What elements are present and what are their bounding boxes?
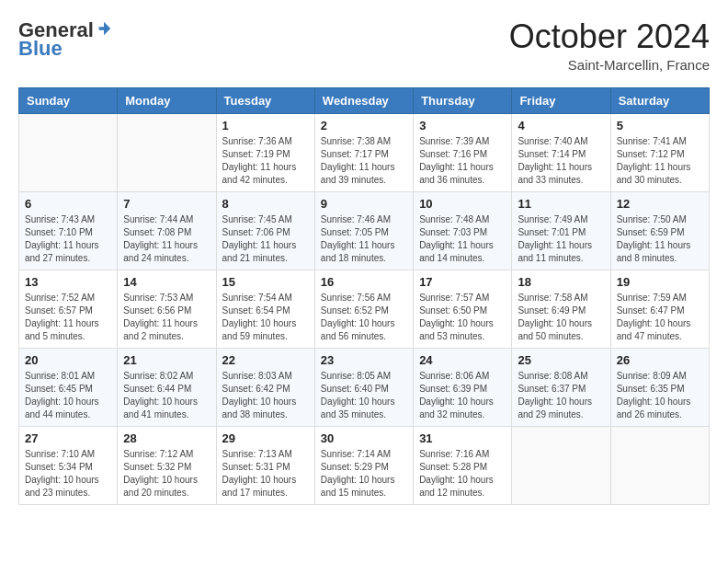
day-info: Sunrise: 7:13 AM Sunset: 5:31 PM Dayligh… bbox=[222, 448, 309, 500]
sunset: Sunset: 6:39 PM bbox=[419, 383, 506, 396]
sunrise: Sunrise: 8:01 AM bbox=[25, 370, 111, 383]
week-row-5: 27 Sunrise: 7:10 AM Sunset: 5:34 PM Dayl… bbox=[19, 426, 710, 504]
sunrise: Sunrise: 7:59 AM bbox=[617, 292, 703, 304]
sunset: Sunset: 5:34 PM bbox=[25, 461, 111, 474]
calendar-cell: 25 Sunrise: 8:08 AM Sunset: 6:37 PM Dayl… bbox=[512, 348, 610, 426]
day-info: Sunrise: 7:54 AM Sunset: 6:54 PM Dayligh… bbox=[222, 292, 309, 343]
sunset: Sunset: 6:57 PM bbox=[25, 304, 111, 317]
sunrise: Sunrise: 7:56 AM bbox=[321, 292, 407, 304]
day-number: 1 bbox=[222, 119, 309, 132]
sunrise: Sunrise: 7:57 AM bbox=[419, 292, 506, 304]
daylight: Daylight: 10 hours and 29 minutes. bbox=[518, 396, 604, 421]
day-info: Sunrise: 8:01 AM Sunset: 6:45 PM Dayligh… bbox=[25, 370, 111, 421]
day-number: 10 bbox=[419, 197, 506, 211]
day-number: 17 bbox=[419, 275, 506, 289]
calendar-cell: 23 Sunrise: 8:05 AM Sunset: 6:40 PM Dayl… bbox=[314, 348, 413, 426]
sunset: Sunset: 7:12 PM bbox=[617, 148, 703, 161]
month-title: October 2024 bbox=[509, 18, 710, 55]
sunset: Sunset: 6:54 PM bbox=[222, 304, 309, 317]
daylight: Daylight: 11 hours and 21 minutes. bbox=[222, 239, 309, 265]
weekday-tuesday: Tuesday bbox=[216, 87, 314, 113]
daylight: Daylight: 11 hours and 33 minutes. bbox=[518, 161, 604, 187]
day-info: Sunrise: 8:03 AM Sunset: 6:42 PM Dayligh… bbox=[222, 370, 309, 421]
day-number: 16 bbox=[321, 275, 407, 289]
calendar-cell: 4 Sunrise: 7:40 AM Sunset: 7:14 PM Dayli… bbox=[512, 113, 610, 191]
day-number: 7 bbox=[123, 197, 210, 211]
week-row-4: 20 Sunrise: 8:01 AM Sunset: 6:45 PM Dayl… bbox=[19, 348, 710, 426]
daylight: Daylight: 11 hours and 11 minutes. bbox=[518, 239, 604, 265]
sunrise: Sunrise: 7:52 AM bbox=[25, 292, 111, 304]
sunrise: Sunrise: 8:03 AM bbox=[222, 370, 309, 383]
weekday-monday: Monday bbox=[118, 87, 216, 113]
daylight: Daylight: 10 hours and 50 minutes. bbox=[518, 317, 604, 343]
day-number: 4 bbox=[518, 119, 604, 132]
day-info: Sunrise: 7:53 AM Sunset: 6:56 PM Dayligh… bbox=[123, 292, 210, 343]
calendar-cell bbox=[19, 113, 118, 191]
calendar-cell: 31 Sunrise: 7:16 AM Sunset: 5:28 PM Dayl… bbox=[414, 426, 512, 504]
day-info: Sunrise: 7:36 AM Sunset: 7:19 PM Dayligh… bbox=[222, 135, 309, 187]
sunrise: Sunrise: 7:36 AM bbox=[222, 135, 309, 148]
daylight: Daylight: 11 hours and 36 minutes. bbox=[419, 161, 506, 187]
day-info: Sunrise: 7:12 AM Sunset: 5:32 PM Dayligh… bbox=[123, 448, 210, 500]
daylight: Daylight: 11 hours and 39 minutes. bbox=[321, 161, 407, 187]
daylight: Daylight: 11 hours and 2 minutes. bbox=[123, 317, 210, 343]
sunset: Sunset: 6:37 PM bbox=[518, 383, 604, 396]
calendar-cell: 13 Sunrise: 7:52 AM Sunset: 6:57 PM Dayl… bbox=[19, 270, 118, 348]
calendar-cell: 24 Sunrise: 8:06 AM Sunset: 6:39 PM Dayl… bbox=[414, 348, 512, 426]
day-info: Sunrise: 7:58 AM Sunset: 6:49 PM Dayligh… bbox=[518, 292, 604, 343]
week-row-3: 13 Sunrise: 7:52 AM Sunset: 6:57 PM Dayl… bbox=[19, 270, 710, 348]
week-row-2: 6 Sunrise: 7:43 AM Sunset: 7:10 PM Dayli… bbox=[19, 191, 710, 270]
day-number: 12 bbox=[617, 197, 703, 211]
sunset: Sunset: 6:45 PM bbox=[25, 383, 111, 396]
sunrise: Sunrise: 7:43 AM bbox=[25, 213, 111, 226]
daylight: Daylight: 11 hours and 27 minutes. bbox=[25, 239, 111, 265]
sunrise: Sunrise: 7:16 AM bbox=[419, 448, 506, 461]
calendar-cell: 15 Sunrise: 7:54 AM Sunset: 6:54 PM Dayl… bbox=[216, 270, 314, 348]
sunset: Sunset: 5:31 PM bbox=[222, 461, 309, 474]
day-info: Sunrise: 7:16 AM Sunset: 5:28 PM Dayligh… bbox=[419, 448, 506, 500]
sunrise: Sunrise: 8:06 AM bbox=[419, 370, 506, 383]
sunset: Sunset: 7:17 PM bbox=[321, 148, 407, 161]
logo-icon bbox=[96, 20, 112, 37]
day-info: Sunrise: 8:08 AM Sunset: 6:37 PM Dayligh… bbox=[518, 370, 604, 421]
daylight: Daylight: 11 hours and 18 minutes. bbox=[321, 239, 407, 265]
calendar-cell: 8 Sunrise: 7:45 AM Sunset: 7:06 PM Dayli… bbox=[216, 191, 314, 270]
sunset: Sunset: 7:19 PM bbox=[222, 148, 309, 161]
calendar-cell bbox=[610, 426, 709, 504]
sunset: Sunset: 6:56 PM bbox=[123, 304, 210, 317]
daylight: Daylight: 10 hours and 53 minutes. bbox=[419, 317, 506, 343]
daylight: Daylight: 11 hours and 30 minutes. bbox=[617, 161, 703, 187]
calendar-cell: 22 Sunrise: 8:03 AM Sunset: 6:42 PM Dayl… bbox=[216, 348, 314, 426]
sunset: Sunset: 6:40 PM bbox=[321, 383, 407, 396]
sunset: Sunset: 6:35 PM bbox=[617, 383, 703, 396]
logo: General Blue bbox=[18, 18, 112, 61]
sunrise: Sunrise: 7:14 AM bbox=[321, 448, 407, 461]
sunrise: Sunrise: 7:41 AM bbox=[617, 135, 703, 148]
sunset: Sunset: 7:03 PM bbox=[419, 226, 506, 239]
day-info: Sunrise: 7:39 AM Sunset: 7:16 PM Dayligh… bbox=[419, 135, 506, 187]
daylight: Daylight: 11 hours and 24 minutes. bbox=[123, 239, 210, 265]
day-number: 27 bbox=[25, 431, 111, 445]
sunset: Sunset: 6:49 PM bbox=[518, 304, 604, 317]
calendar-cell: 29 Sunrise: 7:13 AM Sunset: 5:31 PM Dayl… bbox=[216, 426, 314, 504]
calendar-cell: 12 Sunrise: 7:50 AM Sunset: 6:59 PM Dayl… bbox=[610, 191, 709, 270]
sunrise: Sunrise: 8:05 AM bbox=[321, 370, 407, 383]
day-info: Sunrise: 7:48 AM Sunset: 7:03 PM Dayligh… bbox=[419, 213, 506, 265]
week-row-1: 1 Sunrise: 7:36 AM Sunset: 7:19 PM Dayli… bbox=[19, 113, 710, 191]
sunrise: Sunrise: 7:45 AM bbox=[222, 213, 309, 226]
day-info: Sunrise: 7:46 AM Sunset: 7:05 PM Dayligh… bbox=[321, 213, 407, 265]
calendar-cell: 5 Sunrise: 7:41 AM Sunset: 7:12 PM Dayli… bbox=[610, 113, 709, 191]
day-number: 26 bbox=[617, 353, 703, 367]
day-number: 29 bbox=[222, 431, 309, 445]
day-number: 6 bbox=[25, 197, 111, 211]
calendar-cell: 21 Sunrise: 8:02 AM Sunset: 6:44 PM Dayl… bbox=[118, 348, 216, 426]
daylight: Daylight: 10 hours and 15 minutes. bbox=[321, 474, 407, 500]
day-info: Sunrise: 8:06 AM Sunset: 6:39 PM Dayligh… bbox=[419, 370, 506, 421]
day-info: Sunrise: 7:41 AM Sunset: 7:12 PM Dayligh… bbox=[617, 135, 703, 187]
sunset: Sunset: 6:52 PM bbox=[321, 304, 407, 317]
logo-blue: Blue bbox=[18, 37, 63, 61]
sunrise: Sunrise: 7:49 AM bbox=[518, 213, 604, 226]
day-number: 23 bbox=[321, 353, 407, 367]
sunrise: Sunrise: 7:46 AM bbox=[321, 213, 407, 226]
day-info: Sunrise: 7:40 AM Sunset: 7:14 PM Dayligh… bbox=[518, 135, 604, 187]
